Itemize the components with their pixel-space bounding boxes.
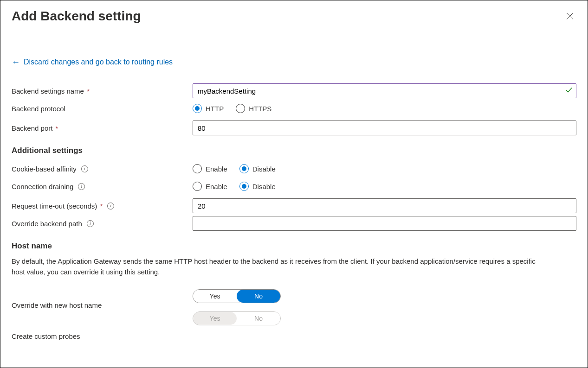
- request-timeout-input[interactable]: [193, 198, 576, 213]
- page-title: Add Backend setting: [12, 9, 141, 24]
- override-backend-path-input[interactable]: [193, 216, 576, 231]
- label-backend-port: Backend port*: [12, 122, 193, 134]
- radio-cookie-enable[interactable]: Enable: [193, 164, 227, 173]
- label-backend-protocol: Backend protocol: [12, 103, 193, 114]
- required-star: *: [87, 87, 90, 95]
- info-icon[interactable]: i: [107, 203, 114, 209]
- connection-draining-radio-group: Enable Disable: [193, 182, 276, 191]
- backend-protocol-radio-group: HTTP HTTPS: [193, 104, 271, 113]
- backend-port-input[interactable]: [193, 121, 576, 135]
- required-star: *: [100, 202, 103, 210]
- cookie-affinity-radio-group: Enable Disable: [193, 164, 276, 173]
- override-host-toggle-secondary: Yes No: [193, 311, 281, 325]
- label-backend-settings-name: Backend settings name*: [12, 85, 193, 97]
- add-backend-setting-panel: Add Backend setting ← Discard changes an…: [0, 0, 588, 368]
- radio-cookie-disable[interactable]: Disable: [239, 164, 276, 173]
- close-icon: [566, 13, 574, 20]
- row-override-backend-path: Override backend path i: [12, 216, 576, 231]
- info-icon[interactable]: i: [87, 220, 94, 227]
- info-icon[interactable]: i: [81, 165, 88, 172]
- discard-link-text: Discard changes and go back to routing r…: [24, 58, 173, 66]
- radio-draining-enable[interactable]: Enable: [193, 182, 227, 191]
- row-cookie-affinity: Cookie-based affinity i Enable Disable: [12, 161, 576, 177]
- info-icon[interactable]: i: [78, 183, 85, 190]
- arrow-left-icon: ←: [12, 58, 20, 66]
- label-cookie-affinity: Cookie-based affinity i: [12, 163, 193, 175]
- row-override-new-host: Override with new host name Yes No Yes N…: [12, 287, 576, 325]
- radio-draining-disable[interactable]: Disable: [239, 182, 276, 191]
- row-connection-draining: Connection draining i Enable Disable: [12, 178, 576, 194]
- radio-protocol-http[interactable]: HTTP: [193, 104, 224, 113]
- override-host-sec-yes: Yes: [193, 312, 237, 325]
- row-create-custom-probes: Create custom probes: [12, 328, 576, 344]
- label-connection-draining: Connection draining i: [12, 181, 193, 192]
- override-host-toggle: Yes No: [193, 289, 281, 303]
- host-name-description: By default, the Application Gateway send…: [12, 256, 550, 277]
- close-button[interactable]: [563, 10, 576, 23]
- label-override-backend-path: Override backend path i: [12, 218, 193, 229]
- panel-header: Add Backend setting: [12, 9, 576, 37]
- row-backend-port: Backend port*: [12, 120, 576, 136]
- discard-changes-link[interactable]: ← Discard changes and go back to routing…: [12, 58, 173, 66]
- section-host-name: Host name: [12, 241, 576, 251]
- section-additional-settings: Additional settings: [12, 146, 576, 155]
- backend-settings-name-input[interactable]: [193, 83, 576, 98]
- override-host-yes[interactable]: Yes: [193, 290, 237, 303]
- required-star: *: [55, 124, 58, 132]
- radio-protocol-https[interactable]: HTTPS: [236, 104, 271, 113]
- row-request-timeout: Request time-out (seconds)* i: [12, 198, 576, 214]
- row-backend-settings-name: Backend settings name*: [12, 83, 576, 99]
- row-backend-protocol: Backend protocol HTTP HTTPS: [12, 101, 576, 116]
- override-host-sec-no: No: [237, 312, 280, 325]
- label-request-timeout: Request time-out (seconds)* i: [12, 200, 193, 212]
- override-host-no[interactable]: No: [237, 290, 280, 303]
- checkmark-icon: [565, 87, 573, 95]
- label-override-new-host: Override with new host name: [12, 287, 193, 311]
- label-create-custom-probes: Create custom probes: [12, 330, 193, 342]
